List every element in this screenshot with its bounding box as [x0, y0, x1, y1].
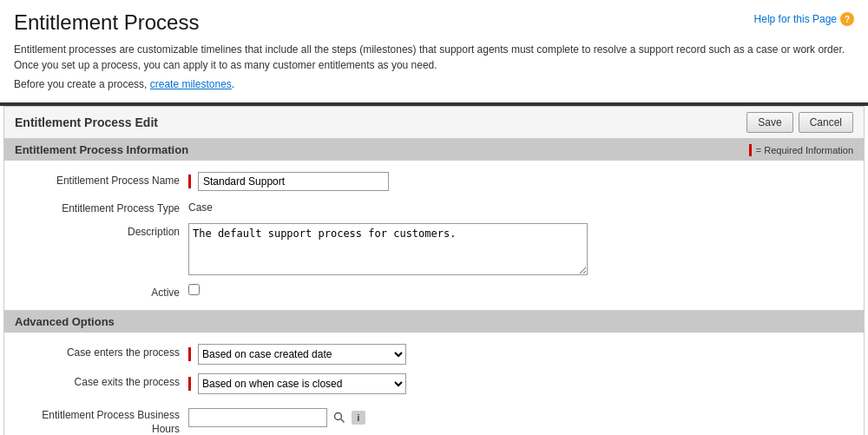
lookup-container: i	[188, 408, 365, 427]
page-description: Entitlement processes are customizable t…	[14, 42, 854, 73]
svg-line-1	[341, 419, 345, 423]
enters-select-container: Based on case created date Based on case…	[198, 344, 406, 365]
exits-field: Based on when case is closed Based on wh…	[188, 373, 853, 394]
exits-required-indicator	[188, 377, 191, 391]
type-field: Case	[188, 200, 853, 214]
type-value: Case	[188, 200, 213, 214]
enters-required-indicator	[188, 347, 191, 361]
save-button-top[interactable]: Save	[746, 112, 792, 133]
lookup-search-icon[interactable]	[331, 409, 348, 426]
main-content: Entitlement Process Edit Save Cancel Ent…	[0, 106, 868, 435]
required-bar-icon	[749, 144, 752, 156]
before-create-text: Before you create a process, create mile…	[14, 78, 854, 90]
help-link[interactable]: Help for this Page ?	[754, 12, 854, 26]
edit-header-title: Entitlement Process Edit	[15, 115, 158, 129]
description-label: Description	[15, 223, 188, 238]
description-textarea[interactable]: The default support process for customer…	[188, 223, 588, 275]
name-required-indicator	[188, 175, 191, 188]
name-input[interactable]	[198, 172, 389, 191]
enters-field: Based on case created date Based on case…	[188, 344, 853, 365]
info-section: Entitlement Process Information = Requir…	[3, 138, 865, 311]
cancel-button-top[interactable]: Cancel	[799, 112, 853, 133]
enters-label: Case enters the process	[15, 344, 188, 359]
description-row: Description The default support process …	[4, 219, 864, 280]
hours-info-icon[interactable]: i	[352, 411, 365, 425]
edit-header-actions: Save Cancel	[746, 112, 853, 133]
create-milestones-link[interactable]: create milestones	[150, 78, 232, 90]
advanced-form-body: Case enters the process Based on case cr…	[4, 333, 864, 435]
exits-label: Case exits the process	[15, 373, 188, 388]
type-row: Entitlement Process Type Case	[4, 195, 864, 219]
advanced-section-header: Advanced Options	[4, 311, 864, 333]
exits-select-container: Based on when case is closed Based on wh…	[198, 373, 406, 394]
type-label: Entitlement Process Type	[15, 200, 188, 214]
required-note: = Required Information	[749, 144, 853, 156]
enters-select[interactable]: Based on case created date Based on case…	[198, 344, 406, 365]
edit-header: Entitlement Process Edit Save Cancel	[3, 106, 865, 138]
active-row: Active	[4, 280, 864, 303]
help-icon: ?	[840, 12, 854, 26]
active-checkbox[interactable]	[188, 284, 200, 295]
description-field: The default support process for customer…	[188, 223, 853, 275]
page-wrapper: Entitlement Process Help for this Page ?…	[0, 0, 868, 435]
advanced-section: Advanced Options Case enters the process…	[3, 311, 865, 435]
page-header: Entitlement Process Help for this Page ?…	[0, 0, 868, 102]
active-field	[188, 284, 853, 295]
hours-label: Entitlement Process Business Hours	[15, 408, 188, 435]
info-section-header: Entitlement Process Information = Requir…	[4, 139, 864, 161]
name-field	[188, 172, 853, 191]
info-section-title: Entitlement Process Information	[15, 143, 188, 156]
hours-field: i	[188, 408, 853, 427]
name-label: Entitlement Process Name	[15, 172, 188, 187]
hours-row: Entitlement Process Business Hours	[4, 404, 864, 435]
advanced-section-title: Advanced Options	[15, 315, 115, 328]
page-title: Entitlement Process	[14, 10, 854, 35]
hours-input[interactable]	[188, 408, 327, 427]
form-body: Entitlement Process Name Entitlement Pro…	[4, 161, 864, 310]
exits-select[interactable]: Based on when case is closed Based on wh…	[198, 373, 406, 394]
help-link-text: Help for this Page	[754, 13, 837, 25]
enters-row: Case enters the process Based on case cr…	[4, 339, 864, 369]
exits-row: Case exits the process Based on when cas…	[4, 369, 864, 399]
svg-point-0	[335, 413, 342, 420]
active-label: Active	[15, 284, 188, 299]
name-row: Entitlement Process Name	[4, 168, 864, 195]
